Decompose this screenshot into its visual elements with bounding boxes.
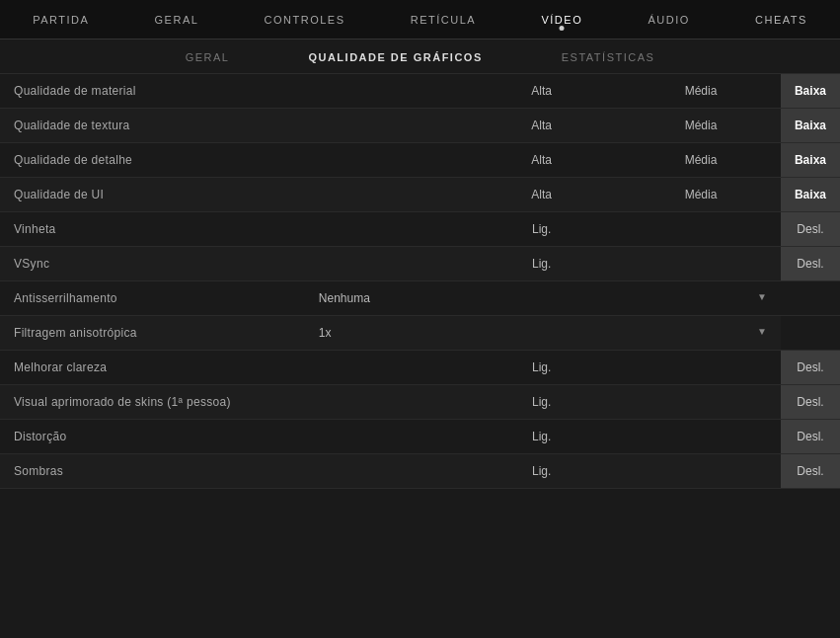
row-value-5-0[interactable]: Lig. <box>462 247 621 281</box>
row-label-11: Sombras <box>0 454 305 489</box>
table-row: Melhorar clarezaLig.Desl. <box>0 351 840 385</box>
row-dropdown-7[interactable]: 1x▼ <box>305 316 781 351</box>
row-value-11-1[interactable]: Desl. <box>781 454 840 489</box>
row-value-8-0[interactable]: Lig. <box>462 351 621 385</box>
row-label-4: Vinheta <box>0 212 305 247</box>
row-value-4-0[interactable]: Lig. <box>462 212 621 247</box>
row-value-3-2[interactable]: Baixa <box>781 178 840 212</box>
table-row: DistorçãoLig.Desl. <box>0 420 840 454</box>
row-label-0: Qualidade de material <box>0 74 305 109</box>
row-label-9: Visual aprimorado de skins (1ª pessoa) <box>0 385 305 420</box>
table-row: VSyncLig.Desl. <box>0 247 840 281</box>
row-value-11-0[interactable]: Lig. <box>462 454 621 489</box>
nav-item-vdeo[interactable]: VÍDEO <box>531 14 592 26</box>
row-value-2-0[interactable]: Alta <box>462 143 621 178</box>
nav-item-retcula[interactable]: RETÍCULA <box>401 14 486 26</box>
dropdown-arrow: ▼ <box>757 326 767 337</box>
row-label-6: Antisserrilhamento <box>0 281 305 316</box>
row-value-9-0[interactable]: Lig. <box>462 385 621 420</box>
row-label-1: Qualidade de textura <box>0 109 305 143</box>
row-value-3-0[interactable]: Alta <box>462 178 621 212</box>
table-row: Qualidade de materialAltaMédiaBaixa <box>0 74 840 109</box>
sub-nav-item-0[interactable]: GERAL <box>186 51 230 63</box>
row-value-5-1[interactable]: Desl. <box>781 247 840 281</box>
row-value-3-1[interactable]: Média <box>621 178 781 212</box>
nav-item-udio[interactable]: ÁUDIO <box>638 14 699 26</box>
nav-item-controles[interactable]: CONTROLES <box>255 14 355 26</box>
nav-item-cheats[interactable]: CHEATS <box>745 14 817 26</box>
row-value-0-2[interactable]: Baixa <box>781 74 840 109</box>
row-label-3: Qualidade de UI <box>0 178 305 212</box>
row-label-2: Qualidade de detalhe <box>0 143 305 178</box>
row-value-0-1[interactable]: Média <box>621 74 781 109</box>
row-value-0-0[interactable]: Alta <box>462 74 621 109</box>
table-row: Filtragem anisotrópica1x▼ <box>0 316 840 351</box>
table-row: Qualidade de UIAltaMédiaBaixa <box>0 178 840 212</box>
row-label-10: Distorção <box>0 420 305 454</box>
table-row: SombrasLig.Desl. <box>0 454 840 489</box>
row-label-5: VSync <box>0 247 305 281</box>
row-label-8: Melhorar clareza <box>0 351 305 385</box>
nav-item-partida[interactable]: PARTIDA <box>23 14 99 26</box>
table-row: Qualidade de texturaAltaMédiaBaixa <box>0 109 840 143</box>
row-value-1-2[interactable]: Baixa <box>781 109 840 143</box>
settings-table: Qualidade de materialAltaMédiaBaixaQuali… <box>0 74 840 489</box>
row-value-2-1[interactable]: Média <box>621 143 781 178</box>
table-row: AntisserrilhamentoNenhuma▼ <box>0 281 840 316</box>
row-value-10-1[interactable]: Desl. <box>781 420 840 454</box>
row-dropdown-6[interactable]: Nenhuma▼ <box>305 281 781 316</box>
table-row: Visual aprimorado de skins (1ª pessoa)Li… <box>0 385 840 420</box>
row-value-4-1[interactable]: Desl. <box>781 212 840 247</box>
row-value-9-1[interactable]: Desl. <box>781 385 840 420</box>
dropdown-arrow: ▼ <box>757 291 767 302</box>
table-row: Qualidade de detalheAltaMédiaBaixa <box>0 143 840 178</box>
row-value-1-0[interactable]: Alta <box>462 109 621 143</box>
row-value-10-0[interactable]: Lig. <box>462 420 621 454</box>
nav-item-geral[interactable]: GERAL <box>145 14 209 26</box>
sub-nav: GERALQUALIDADE DE GRÁFICOSESTATÍSTICAS <box>0 40 840 74</box>
row-value-2-2[interactable]: Baixa <box>781 143 840 178</box>
row-value-1-1[interactable]: Média <box>621 109 781 143</box>
top-nav: PARTIDAGERALCONTROLESRETÍCULAVÍDEOÁUDIOC… <box>0 0 840 40</box>
sub-nav-item-1[interactable]: QUALIDADE DE GRÁFICOS <box>308 51 482 63</box>
table-container: Qualidade de materialAltaMédiaBaixaQuali… <box>0 74 840 489</box>
row-label-7: Filtragem anisotrópica <box>0 316 305 351</box>
table-row: VinhetaLig.Desl. <box>0 212 840 247</box>
row-value-8-1[interactable]: Desl. <box>781 351 840 385</box>
sub-nav-item-2[interactable]: ESTATÍSTICAS <box>562 51 655 63</box>
